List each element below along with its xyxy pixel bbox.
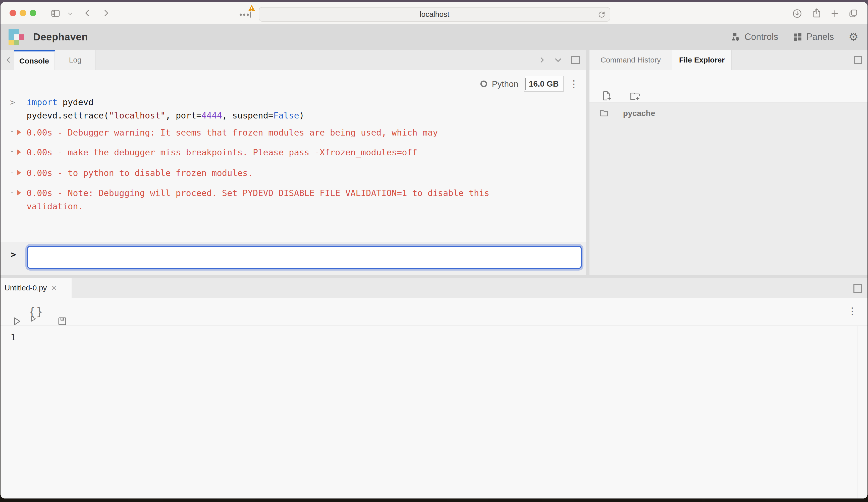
collapse-marker[interactable]: - (10, 126, 14, 136)
toolbar-divider (64, 7, 64, 20)
warning-text: 0.00s - to python to disable frozen modu… (27, 168, 253, 178)
url-text: localhost (420, 10, 449, 19)
chevron-down-icon[interactable] (67, 11, 73, 17)
console-panel: Python 16.0 GB ⋮ > import pydevd pydevd.… (0, 70, 586, 275)
app-title: Deephaven (33, 24, 88, 50)
warning-badge-icon (248, 4, 256, 12)
editor-maximize-icon[interactable] (854, 278, 862, 299)
warning-text-wrap: validation. (27, 201, 83, 211)
console-warning-row: - 0.00s - Debugger warning: It seems tha… (0, 127, 586, 138)
history-prompt: > (10, 97, 15, 107)
console-overflow-menu-icon[interactable]: ⋮ (569, 79, 579, 88)
history-command-line-2: pydevd.settrace("localhost", port=4444, … (27, 111, 304, 122)
address-bar[interactable]: localhost (259, 7, 610, 22)
disclosure-triangle-icon[interactable] (17, 129, 21, 135)
controls-label: Controls (744, 32, 778, 42)
tabs-scroll-left-icon[interactable] (4, 50, 13, 70)
editor-content[interactable]: 1 (0, 326, 868, 499)
panels-button[interactable]: Panels (793, 32, 834, 42)
right-tabstrip: Command History File Explorer (589, 50, 868, 70)
tab-log-label: Log (69, 56, 81, 64)
memory-value: 16.0 GB (529, 79, 559, 88)
file-explorer-toolbar (589, 70, 868, 102)
disclosure-triangle-icon[interactable] (17, 190, 21, 196)
editor-toolbar: { } ⋮ (0, 298, 868, 326)
deephaven-logo (9, 29, 24, 45)
input-prompt: > (11, 249, 16, 260)
console-warning-row: - 0.00s - make the debugger miss breakpo… (0, 147, 586, 158)
editor-scroll-divider (857, 326, 857, 499)
tab-file-explorer-label: File Explorer (679, 56, 725, 64)
panels-label: Panels (806, 32, 834, 42)
right-panel-maximize-icon[interactable] (854, 50, 862, 70)
warning-text: 0.00s - Debugger warning: It seems that … (27, 127, 438, 137)
controls-button[interactable]: Controls (731, 32, 778, 42)
disclosure-triangle-icon[interactable] (17, 170, 21, 176)
console-input[interactable] (27, 246, 582, 269)
console-warning-row: - 0.00s - Note: Debugging will proceed. … (0, 188, 586, 199)
tabs-scroll-right-icon[interactable] (537, 50, 547, 70)
file-explorer-panel: __pycache__ (589, 70, 868, 275)
line-number: 1 (11, 332, 16, 342)
main-area: Python 16.0 GB ⋮ > import pydevd pydevd.… (0, 70, 868, 275)
sidebar-toggle-icon[interactable] (50, 8, 61, 19)
collapse-marker[interactable]: - (10, 187, 14, 197)
kernel-status[interactable]: Python (479, 79, 518, 89)
tab-file-explorer[interactable]: File Explorer (672, 50, 732, 70)
tab-console-label: Console (19, 57, 49, 65)
run-selected-icon[interactable]: { } (29, 305, 43, 318)
browser-toolbar: localhost (0, 2, 868, 24)
folder-name: __pycache__ (614, 109, 664, 118)
settings-gear-icon[interactable]: ⚙ (849, 31, 858, 42)
history-command-line-1: import pydevd (27, 97, 93, 108)
reload-icon[interactable] (597, 10, 606, 19)
console-tabstrip: Console Log (0, 50, 586, 70)
new-tab-button[interactable] (830, 9, 840, 19)
warning-text: 0.00s - Note: Debugging will proceed. Se… (27, 188, 489, 198)
editor-tab-untitled[interactable]: Untitled-0.py × (0, 278, 72, 298)
forward-button[interactable] (101, 8, 111, 18)
minimize-window-button[interactable] (20, 10, 26, 16)
file-explorer-item-pycache[interactable]: __pycache__ (589, 105, 868, 121)
collapse-marker[interactable]: - (10, 146, 14, 156)
downloads-button[interactable] (792, 9, 802, 19)
editor-tab-label: Untitled-0.py (4, 284, 47, 292)
close-tab-icon[interactable]: × (51, 283, 56, 292)
tab-console[interactable]: Console (14, 50, 55, 70)
close-window-button[interactable] (10, 10, 16, 16)
disclosure-triangle-icon[interactable] (17, 149, 21, 155)
tab-command-history-label: Command History (600, 56, 661, 64)
console-status-row: Python 16.0 GB ⋮ (479, 76, 579, 92)
collapse-marker[interactable]: - (10, 166, 14, 176)
kernel-language: Python (492, 79, 518, 89)
console-warning-row: - 0.00s - to python to disable frozen mo… (0, 168, 586, 179)
console-input-zone: > (0, 242, 586, 275)
browser-window: localhost Deephaven Controls (0, 2, 868, 499)
share-icon[interactable] (811, 8, 822, 19)
zoom-window-button[interactable] (30, 10, 36, 16)
app-header: Deephaven Controls Panels ⚙ (0, 24, 868, 50)
console-maximize-icon[interactable] (571, 50, 580, 70)
editor-tabstrip: Untitled-0.py × (0, 278, 868, 298)
tab-overview-button[interactable] (848, 8, 858, 19)
memory-usage-box: 16.0 GB (524, 76, 564, 92)
back-button[interactable] (82, 8, 92, 18)
editor-overflow-menu-icon[interactable]: ⋮ (847, 306, 857, 316)
panel-tab-row: Console Log Command History File Explore… (0, 50, 868, 70)
tab-log[interactable]: Log (55, 50, 96, 70)
warning-text: 0.00s - make the debugger miss breakpoin… (27, 147, 417, 157)
tab-command-history[interactable]: Command History (589, 50, 672, 70)
panel-divider[interactable] (0, 275, 868, 278)
tabs-dropdown-icon[interactable] (553, 50, 563, 70)
